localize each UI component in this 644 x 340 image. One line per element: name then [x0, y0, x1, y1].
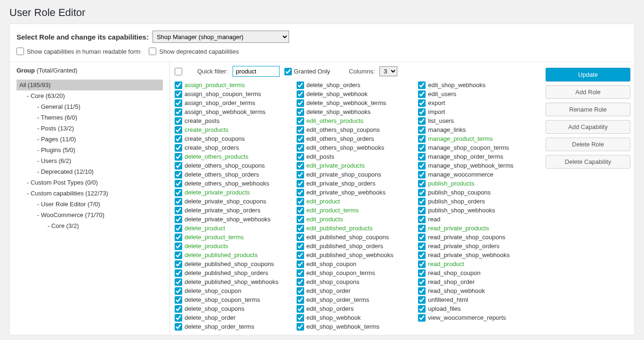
capability-label[interactable]: upload_files [428, 305, 460, 313]
capability-checkbox[interactable] [297, 296, 304, 304]
capability-label[interactable]: edit_others_shop_coupons [306, 126, 380, 134]
group-item[interactable]: - Core (63/20) [16, 90, 163, 101]
add-role-button[interactable]: Add Role [546, 85, 630, 99]
capability-label[interactable]: read_private_shop_webhooks [428, 251, 509, 259]
capability-label[interactable]: manage_shop_coupon_terms [428, 144, 509, 152]
capability-checkbox[interactable] [175, 135, 182, 143]
capability-label[interactable]: delete_shop_coupon_terms [185, 296, 260, 304]
capability-checkbox[interactable] [418, 234, 426, 241]
capability-label[interactable]: edit_shop_coupon_terms [306, 269, 375, 277]
capability-checkbox[interactable] [418, 153, 426, 161]
capabilities-list[interactable]: assign_product_termsassign_shop_coupon_t… [175, 81, 535, 331]
capability-checkbox[interactable] [297, 99, 304, 107]
deprecated-option[interactable]: Show deprecated capabilities [149, 48, 239, 55]
deprecated-checkbox[interactable] [149, 48, 156, 55]
capability-checkbox[interactable] [175, 216, 182, 223]
capability-label[interactable]: delete_private_shop_coupons [185, 197, 266, 205]
capability-checkbox[interactable] [175, 243, 182, 250]
capability-checkbox[interactable] [297, 225, 304, 232]
group-item[interactable]: - User Role Editor (7/0) [16, 199, 163, 210]
capability-checkbox[interactable] [297, 305, 304, 313]
capability-checkbox[interactable] [418, 198, 426, 205]
capability-label[interactable]: delete_products [185, 242, 228, 250]
add-capability-button[interactable]: Add Capability [546, 120, 630, 134]
capability-checkbox[interactable] [418, 207, 426, 214]
capability-label[interactable]: assign_shop_order_terms [185, 99, 255, 107]
capability-checkbox[interactable] [175, 260, 182, 268]
capability-label[interactable]: edit_private_shop_coupons [306, 170, 381, 178]
capability-label[interactable]: export [428, 99, 445, 107]
capability-checkbox[interactable] [175, 269, 182, 277]
capability-label[interactable]: edit_others_shop_orders [306, 135, 374, 143]
human-readable-checkbox[interactable] [16, 48, 24, 55]
capability-label[interactable]: delete_shop_orders [306, 81, 361, 89]
capability-label[interactable]: read_shop_webhook [428, 287, 485, 295]
capability-checkbox[interactable] [297, 287, 304, 295]
capability-label[interactable]: edit_posts [306, 153, 334, 161]
capability-checkbox[interactable] [297, 198, 304, 205]
capability-checkbox[interactable] [175, 108, 182, 116]
capability-label[interactable]: delete_others_products [185, 153, 249, 161]
capability-checkbox[interactable] [418, 108, 426, 116]
capability-checkbox[interactable] [175, 171, 182, 178]
group-item[interactable]: - Posts (13/2) [16, 123, 163, 134]
capability-checkbox[interactable] [297, 117, 304, 125]
capability-label[interactable]: list_users [428, 117, 454, 125]
group-item[interactable]: - Custom capabilities (122/73) [16, 188, 163, 199]
group-item[interactable]: - Core (3/2) [16, 220, 163, 231]
capability-checkbox[interactable] [418, 251, 426, 259]
capability-checkbox[interactable] [175, 117, 182, 125]
capability-checkbox[interactable] [418, 144, 426, 152]
group-item[interactable]: - Deprecated (12/10) [16, 166, 163, 177]
capability-label[interactable]: delete_shop_coupon [185, 287, 242, 295]
capability-label[interactable]: assign_shop_webhook_terms [185, 108, 266, 116]
capability-checkbox[interactable] [418, 189, 426, 196]
capability-label[interactable]: edit_shop_webhooks [428, 81, 485, 89]
select-all-checkbox[interactable] [175, 68, 182, 75]
capability-checkbox[interactable] [297, 260, 304, 268]
capability-checkbox[interactable] [175, 314, 182, 322]
capability-label[interactable]: edit_shop_coupon [306, 260, 356, 268]
capability-label[interactable]: edit_product_terms [306, 206, 359, 214]
granted-only-option[interactable]: Granted Only [284, 68, 330, 75]
capability-label[interactable]: read [428, 215, 440, 223]
capability-checkbox[interactable] [175, 153, 182, 161]
group-item[interactable]: - Themes (6/0) [16, 112, 163, 123]
capability-label[interactable]: delete_private_shop_orders [185, 206, 260, 214]
capability-checkbox[interactable] [297, 323, 304, 331]
granted-only-checkbox[interactable] [284, 68, 292, 75]
capability-label[interactable]: edit_published_shop_webhooks [306, 251, 394, 259]
capability-checkbox[interactable] [418, 135, 426, 143]
group-item[interactable]: - Custom Post Types (0/0) [16, 177, 163, 188]
group-item[interactable]: - Users (6/2) [16, 155, 163, 166]
capability-checkbox[interactable] [418, 90, 426, 98]
capability-checkbox[interactable] [175, 251, 182, 259]
capability-checkbox[interactable] [175, 189, 182, 196]
capability-label[interactable]: publish_shop_orders [428, 197, 485, 205]
capability-label[interactable]: publish_shop_webhooks [428, 206, 495, 214]
capability-checkbox[interactable] [175, 305, 182, 313]
capability-checkbox[interactable] [418, 117, 426, 125]
capability-label[interactable]: read_product [428, 260, 464, 268]
capability-label[interactable]: publish_products [428, 179, 474, 187]
capability-label[interactable]: create_shop_orders [185, 144, 239, 152]
capability-checkbox[interactable] [418, 278, 426, 286]
update-button[interactable]: Update [546, 68, 630, 81]
capability-checkbox[interactable] [175, 198, 182, 205]
capability-checkbox[interactable] [175, 162, 182, 170]
capability-label[interactable]: edit_users [428, 90, 456, 98]
capability-checkbox[interactable] [297, 189, 304, 196]
capability-label[interactable]: read_private_shop_coupons [428, 233, 505, 241]
capability-checkbox[interactable] [297, 278, 304, 286]
capability-label[interactable]: manage_links [428, 126, 466, 134]
capability-checkbox[interactable] [418, 269, 426, 277]
capability-label[interactable]: delete_shop_order_terms [185, 323, 254, 331]
capability-checkbox[interactable] [175, 180, 182, 187]
capability-checkbox[interactable] [175, 234, 182, 241]
capability-checkbox[interactable] [418, 99, 426, 107]
capability-label[interactable]: delete_published_shop_coupons [185, 260, 274, 268]
capability-label[interactable]: delete_private_products [185, 188, 250, 196]
capability-checkbox[interactable] [297, 180, 304, 187]
capability-checkbox[interactable] [418, 243, 426, 250]
capability-label[interactable]: delete_others_shop_orders [185, 170, 259, 178]
